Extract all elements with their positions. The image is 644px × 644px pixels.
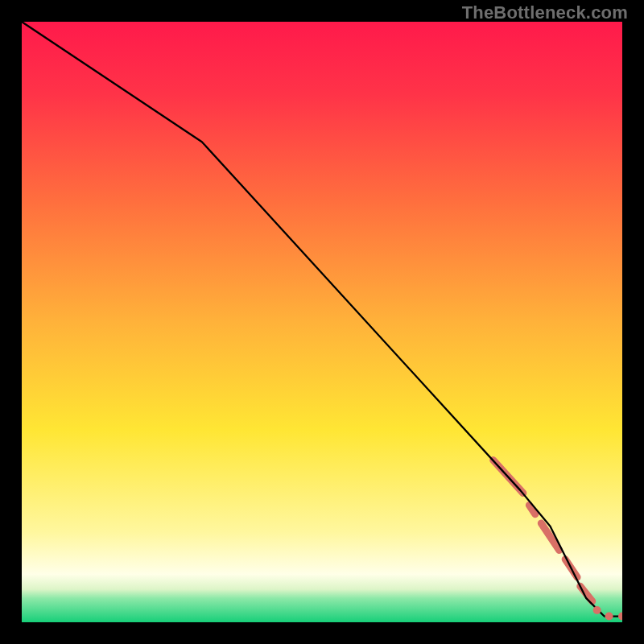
chart-container: TheBottleneck.com bbox=[0, 0, 644, 644]
attribution-text: TheBottleneck.com bbox=[462, 2, 628, 23]
curve-line bbox=[22, 22, 622, 617]
plot-area bbox=[22, 22, 622, 622]
marker-dot bbox=[605, 613, 613, 621]
data-dots bbox=[593, 606, 622, 620]
marker-dot bbox=[618, 613, 622, 621]
marker-dot bbox=[593, 606, 601, 614]
line-plot bbox=[22, 22, 622, 622]
